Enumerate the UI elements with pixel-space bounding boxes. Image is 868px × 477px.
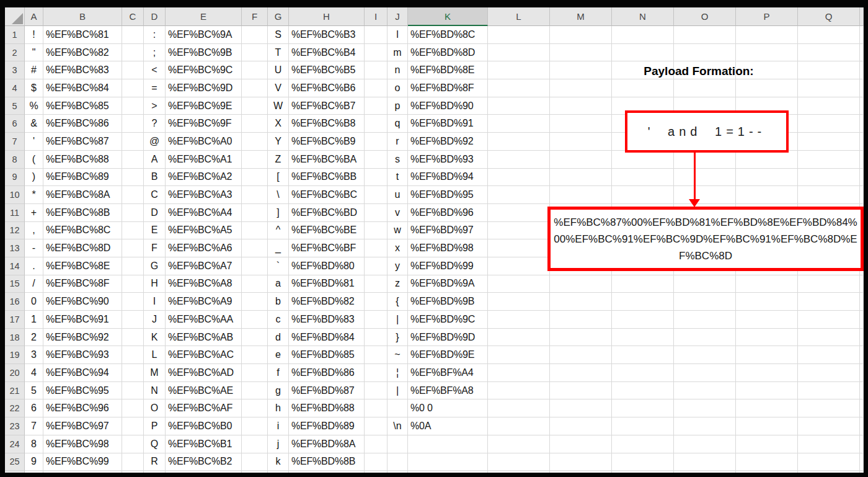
cell-A22[interactable]: 6 [25, 399, 43, 417]
cell-B2[interactable]: %EF%BC%82 [43, 44, 122, 62]
row-header-2[interactable]: 2 [5, 44, 25, 62]
row-header-16[interactable]: 16 [5, 293, 25, 311]
cell-H7[interactable]: %EF%BC%B9 [289, 133, 365, 151]
cell-G14[interactable]: ` [268, 257, 289, 275]
cell-I11[interactable] [365, 204, 388, 222]
cell-F15[interactable] [242, 275, 268, 293]
cell-J18[interactable]: } [388, 329, 408, 347]
cell-P23[interactable] [736, 417, 798, 435]
cell-H3[interactable]: %EF%BC%B5 [289, 61, 365, 79]
cell-I4[interactable] [365, 79, 388, 97]
row-header-12[interactable]: 12 [5, 222, 25, 240]
cell-L5[interactable] [488, 97, 550, 115]
cell-K10[interactable]: %EF%BD%95 [408, 186, 488, 204]
cell-Q12[interactable] [798, 222, 860, 240]
cell-B16[interactable]: %EF%BC%90 [43, 293, 122, 311]
cell-G7[interactable]: Y [268, 133, 289, 151]
cell-G12[interactable]: ^ [268, 222, 289, 240]
cell-F7[interactable] [242, 133, 268, 151]
cell-I7[interactable] [365, 133, 388, 151]
column-header-J[interactable]: J [388, 7, 408, 26]
cell-K25[interactable] [408, 453, 488, 471]
cell-C11[interactable] [122, 204, 144, 222]
cell-F1[interactable] [242, 26, 268, 44]
cell-E16[interactable]: %EF%BC%A9 [166, 293, 242, 311]
cell-L16[interactable] [488, 293, 550, 311]
cell-H18[interactable]: %EF%BD%84 [289, 329, 365, 347]
cell-E24[interactable]: %EF%BC%B1 [166, 435, 242, 453]
cell-J24[interactable] [388, 435, 408, 453]
cell-I23[interactable] [365, 417, 388, 435]
cell-J4[interactable]: o [388, 79, 408, 97]
cell-I8[interactable] [365, 151, 388, 169]
cell-J16[interactable]: { [388, 293, 408, 311]
cell-E10[interactable]: %EF%BC%A3 [166, 186, 242, 204]
cell-F6[interactable] [242, 115, 268, 133]
cell-O18[interactable] [674, 329, 736, 347]
cell-N26[interactable] [612, 471, 674, 473]
cell-E13[interactable]: %EF%BC%A6 [166, 239, 242, 257]
cell-I1[interactable] [365, 26, 388, 44]
cell-A4[interactable]: $ [25, 79, 43, 97]
cell-Q20[interactable] [798, 364, 860, 382]
cell-O4[interactable] [674, 79, 736, 97]
cell-I18[interactable] [365, 329, 388, 347]
cell-D9[interactable]: B [144, 169, 166, 187]
cell-L2[interactable] [488, 44, 550, 62]
cell-J8[interactable]: s [388, 151, 408, 169]
cell-L17[interactable] [488, 311, 550, 329]
cell-L26[interactable] [488, 471, 550, 473]
cell-K22[interactable]: %0 0 [408, 399, 488, 417]
cell-G9[interactable]: [ [268, 169, 289, 187]
cell-G11[interactable]: ] [268, 204, 289, 222]
cell-D11[interactable]: D [144, 204, 166, 222]
cell-K1[interactable]: %EF%BD%8C [408, 26, 488, 44]
cell-A5[interactable]: % [25, 97, 43, 115]
column-header-M[interactable]: M [550, 7, 612, 26]
cell-F18[interactable] [242, 329, 268, 347]
cell-E25[interactable]: %EF%BC%B2 [166, 453, 242, 471]
cell-D17[interactable]: J [144, 311, 166, 329]
cell-A6[interactable]: & [25, 115, 43, 133]
cell-F10[interactable] [242, 186, 268, 204]
cell-G15[interactable]: a [268, 275, 289, 293]
cell-N15[interactable] [612, 275, 674, 293]
column-header-F[interactable]: F [242, 7, 268, 26]
cell-H12[interactable]: %EF%BC%BE [289, 222, 365, 240]
cell-O22[interactable] [674, 399, 736, 417]
cell-C13[interactable] [122, 239, 144, 257]
cell-M20[interactable] [550, 364, 612, 382]
cell-C24[interactable] [122, 435, 144, 453]
cell-H25[interactable]: %EF%BD%8B [289, 453, 365, 471]
cell-B10[interactable]: %EF%BC%8A [43, 186, 122, 204]
cell-A10[interactable]: * [25, 186, 43, 204]
cell-H8[interactable]: %EF%BC%BA [289, 151, 365, 169]
cell-D5[interactable]: > [144, 97, 166, 115]
cell-J17[interactable]: | [388, 311, 408, 329]
cell-D15[interactable]: H [144, 275, 166, 293]
cell-C22[interactable] [122, 399, 144, 417]
column-header-N[interactable]: N [612, 7, 674, 26]
cell-B25[interactable]: %EF%BC%99 [43, 453, 122, 471]
row-header-8[interactable]: 8 [5, 151, 25, 169]
cell-I9[interactable] [365, 169, 388, 187]
cell-O13[interactable] [674, 239, 736, 257]
cell-B3[interactable]: %EF%BC%83 [43, 61, 122, 79]
cell-P10[interactable] [736, 186, 798, 204]
cell-O23[interactable] [674, 417, 736, 435]
cell-Q7[interactable] [798, 133, 860, 151]
cell-P8[interactable] [736, 151, 798, 169]
cell-D2[interactable]: ; [144, 44, 166, 62]
cell-O7[interactable] [674, 133, 736, 151]
cell-L6[interactable] [488, 115, 550, 133]
row-header-11[interactable]: 11 [5, 204, 25, 222]
row-header-1[interactable]: 1 [5, 26, 25, 44]
cell-P24[interactable] [736, 435, 798, 453]
cell-F13[interactable] [242, 239, 268, 257]
cell-J10[interactable]: u [388, 186, 408, 204]
cell-L22[interactable] [488, 399, 550, 417]
cell-O17[interactable] [674, 311, 736, 329]
cell-I24[interactable] [365, 435, 388, 453]
cell-D1[interactable]: : [144, 26, 166, 44]
cell-H19[interactable]: %EF%BD%85 [289, 346, 365, 364]
